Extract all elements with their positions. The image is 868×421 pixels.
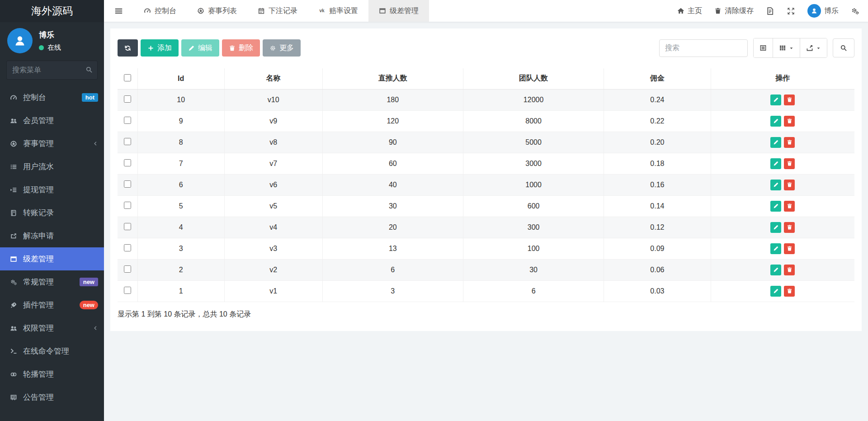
calendar-icon [258, 7, 265, 14]
log-button[interactable] [766, 7, 774, 15]
row-delete-button[interactable] [784, 116, 795, 127]
row-delete-button[interactable] [784, 137, 795, 148]
sidebar-item-carousel[interactable]: 轮播管理 [0, 363, 104, 386]
edit-button[interactable]: 编辑 [181, 39, 219, 57]
row-delete-button[interactable] [784, 222, 795, 233]
row-delete-button[interactable] [784, 180, 795, 190]
table-row: 6v64010000.16 [118, 174, 854, 195]
table-search-input[interactable] [659, 39, 748, 57]
export-button[interactable] [800, 38, 827, 57]
row-delete-button[interactable] [784, 158, 795, 169]
table-row: 9v912080000.22 [118, 110, 854, 132]
tab-level-diff[interactable]: 级差管理 [368, 0, 429, 22]
sidebar-item-matches[interactable]: 赛事管理 [0, 132, 104, 155]
row-checkbox[interactable] [124, 223, 131, 230]
tab-match-list[interactable]: 赛事列表 [187, 0, 247, 22]
row-checkbox[interactable] [124, 202, 131, 209]
sidebar-item-general[interactable]: 常规管理new [0, 270, 104, 293]
row-checkbox[interactable] [124, 180, 131, 188]
row-edit-button[interactable] [770, 95, 781, 105]
row-checkbox[interactable] [124, 117, 131, 124]
sidebar-item-transfers[interactable]: 转账记录 [0, 201, 104, 224]
home-icon [677, 7, 684, 14]
tab-bet-records[interactable]: 下注记录 [247, 0, 308, 22]
trash-icon [787, 182, 793, 188]
hot-badge: hot [82, 93, 98, 102]
pencil-icon [773, 118, 779, 124]
sidebar-item-label: 公告管理 [23, 392, 98, 402]
row-delete-button[interactable] [784, 265, 795, 275]
sidebar-item-withdrawals[interactable]: 提现管理 [0, 178, 104, 201]
refresh-button[interactable] [118, 39, 138, 57]
sidebar-item-online-commands[interactable]: 在线命令管理 [0, 340, 104, 363]
row-edit-button[interactable] [770, 116, 781, 127]
share-icon [8, 232, 19, 240]
sidebar-item-label: 会员管理 [23, 115, 98, 126]
more-button[interactable]: 更多 [263, 39, 301, 57]
row-edit-button[interactable] [770, 243, 781, 254]
row-checkbox[interactable] [124, 244, 131, 251]
user-avatar[interactable] [7, 28, 33, 53]
cell-commission: 0.16 [604, 174, 711, 195]
sidebar-item-unfreeze[interactable]: 解冻申请 [0, 224, 104, 247]
cell-direct: 40 [322, 174, 463, 195]
pencil-icon [773, 182, 779, 188]
row-checkbox[interactable] [124, 287, 131, 294]
add-button[interactable]: 添加 [141, 39, 179, 57]
row-checkbox[interactable] [124, 265, 131, 273]
sidebar-item-level-diff[interactable]: 级差管理 [0, 247, 104, 270]
row-delete-button[interactable] [784, 95, 795, 105]
row-delete-button[interactable] [784, 243, 795, 254]
gauge-icon [10, 94, 17, 101]
delete-button[interactable]: 删除 [222, 39, 260, 57]
row-edit-button[interactable] [770, 222, 781, 233]
row-edit-button[interactable] [770, 180, 781, 190]
settings-button[interactable] [851, 7, 859, 15]
column-header-操作: 操作 [711, 68, 854, 89]
cell-name: v2 [224, 259, 322, 280]
sidebar-item-announcements[interactable]: 公告管理 [0, 386, 104, 409]
columns-button[interactable] [773, 38, 800, 57]
cell-actions [711, 174, 854, 195]
cell-actions [711, 217, 854, 238]
menu-search-input[interactable] [6, 61, 98, 80]
column-header-佣金: 佣金 [604, 68, 711, 89]
row-delete-button[interactable] [784, 286, 795, 297]
user-name: 博乐 [39, 30, 61, 40]
sidebar-item-label: 在线命令管理 [23, 346, 98, 356]
sidebar-item-permissions[interactable]: 权限管理 [0, 317, 104, 340]
tab-odds-settings[interactable]: 赔率设置 [308, 0, 368, 22]
row-edit-button[interactable] [770, 265, 781, 275]
row-edit-button[interactable] [770, 137, 781, 148]
new-badge: new [80, 301, 98, 309]
table-row: 4v4203000.12 [118, 217, 854, 238]
cell-team: 1000 [463, 174, 604, 195]
sidebar-toggle-button[interactable] [104, 0, 133, 22]
row-edit-button[interactable] [770, 286, 781, 297]
select-all-checkbox[interactable] [124, 74, 131, 81]
home-link[interactable]: 主页 [677, 6, 702, 16]
sidebar-item-members[interactable]: 会员管理 [0, 109, 104, 132]
toggle-view-button[interactable] [754, 38, 773, 57]
board-icon [8, 394, 19, 401]
row-checkbox[interactable] [124, 138, 131, 145]
search-submit-button[interactable] [833, 38, 854, 57]
row-delete-button[interactable] [784, 201, 795, 212]
sidebar-item-label: 插件管理 [23, 300, 80, 310]
sidebar-item-dashboard[interactable]: 控制台hot [0, 86, 104, 109]
caret-down-icon [789, 46, 794, 51]
tab-dashboard[interactable]: 控制台 [133, 0, 187, 22]
cell-direct: 20 [322, 217, 463, 238]
row-checkbox[interactable] [124, 159, 131, 166]
user-menu[interactable]: 博乐 [807, 4, 839, 18]
row-checkbox[interactable] [124, 95, 131, 103]
row-edit-button[interactable] [770, 158, 781, 169]
fullscreen-button[interactable] [787, 7, 795, 15]
cell-actions [711, 280, 854, 302]
sidebar-item-user-flow[interactable]: 用户流水 [0, 155, 104, 178]
records-summary: 显示第 1 到第 10 条记录，总共 10 条记录 [118, 310, 854, 319]
data-table: Id名称直推人数团队人数佣金操作 10v10180120000.249v9120… [118, 68, 854, 302]
sidebar-item-plugins[interactable]: 插件管理new [0, 293, 104, 317]
clear-cache-button[interactable]: 清除缓存 [714, 6, 754, 16]
row-edit-button[interactable] [770, 201, 781, 212]
